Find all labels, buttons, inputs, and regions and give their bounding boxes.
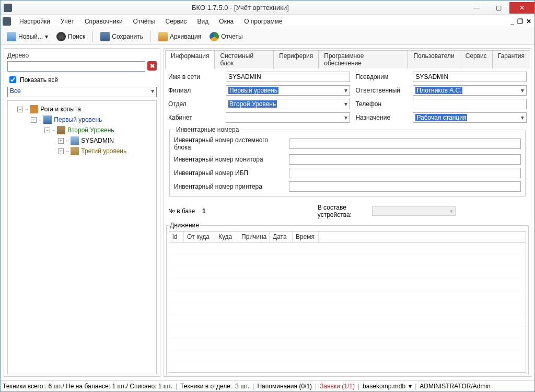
purpose-label: Назначение: [355, 114, 408, 121]
search-label: Поиск: [68, 33, 85, 40]
inv-sys-label: Инвентарный номер системного блока: [174, 136, 284, 151]
expand-icon[interactable]: −: [31, 117, 37, 123]
reports-icon: [210, 32, 219, 41]
new-icon: [7, 32, 16, 41]
col-from[interactable]: От куда: [184, 232, 215, 242]
inv-mon-label: Инвентарный номер монитора: [174, 156, 284, 163]
tree-node-sysadmin[interactable]: +···SYSADMIN: [58, 135, 154, 146]
save-button[interactable]: Сохранить: [97, 31, 146, 42]
building-icon: [43, 116, 52, 124]
menubar: Настройки Учёт Справочники Отчёты Сервис…: [1, 15, 534, 28]
tab-software[interactable]: Программное обеспечение: [318, 50, 408, 68]
tree-node-level2[interactable]: −···Второй Уровень: [44, 125, 154, 135]
responsible-label: Ответственный: [355, 87, 408, 94]
mdi-minimize-button[interactable]: _: [510, 18, 514, 25]
statusbar: Техники всего:: 6 шт./ Не на балансе: 1 …: [1, 380, 534, 391]
new-label: Новый...: [18, 33, 43, 40]
dept-select[interactable]: Второй Уровень: [226, 99, 350, 109]
search-button[interactable]: Поиск: [53, 31, 88, 42]
titlebar: БКО 1.7.5.0 - [Учёт оргтехники] — ▢ ✕: [1, 1, 534, 15]
tree-node-level3[interactable]: +···Третий уровень: [58, 146, 154, 156]
tree-filter-select[interactable]: Все ▾: [7, 87, 157, 97]
mdi-restore-button[interactable]: ❐: [517, 18, 523, 25]
status-db: basekomp.mdb: [363, 383, 405, 390]
col-time[interactable]: Время: [293, 232, 319, 242]
folder-icon: [30, 105, 38, 113]
inv-prn-input[interactable]: [289, 181, 521, 192]
grid-body: [169, 243, 526, 371]
expand-icon[interactable]: +: [58, 148, 64, 154]
expand-icon[interactable]: +: [58, 138, 64, 144]
tab-info[interactable]: Информация: [165, 50, 215, 68]
phone-label: Телефон: [355, 100, 408, 108]
name-label: Имя в сети: [168, 73, 220, 80]
show-all-input[interactable]: [9, 76, 16, 83]
reports-button[interactable]: Отчеты: [206, 31, 246, 42]
menu-windows[interactable]: Окна: [214, 16, 239, 27]
inv-ups-label: Инвентарный номер ИБП: [174, 169, 284, 177]
expand-icon[interactable]: −: [44, 128, 50, 133]
tab-peripherals[interactable]: Периферия: [273, 50, 319, 68]
archive-button[interactable]: Архивация: [155, 31, 204, 42]
search-icon: [56, 32, 66, 41]
menu-reports[interactable]: Отчёты: [128, 16, 160, 27]
maximize-button[interactable]: ▢: [487, 2, 509, 14]
status-user: ADMINISTRATOR/Admin: [420, 383, 491, 390]
inv-sys-input[interactable]: [289, 139, 521, 149]
tab-system[interactable]: Системный блок: [214, 50, 274, 68]
reports-label: Отчеты: [221, 33, 242, 40]
menu-service[interactable]: Сервис: [160, 16, 192, 27]
dept-label: Отдел: [168, 100, 220, 108]
branch-label: Филиал: [168, 87, 220, 94]
archive-label: Архивация: [170, 33, 201, 40]
new-button[interactable]: Новый...▾: [4, 31, 51, 42]
tab-users[interactable]: Пользователи: [408, 50, 460, 68]
mdi-close-button[interactable]: ✕: [526, 18, 531, 25]
show-all-checkbox[interactable]: Показать всё: [7, 75, 157, 85]
compose-label: В составе устройства:: [318, 204, 365, 218]
col-to[interactable]: Куда: [215, 232, 238, 242]
inv-mon-input[interactable]: [289, 154, 521, 165]
clear-search-button[interactable]: ✖: [147, 61, 157, 71]
expand-icon[interactable]: −: [17, 107, 23, 112]
inventory-legend: Инвентарные номера: [174, 126, 241, 133]
tree-view[interactable]: −···Рога и копыта −···Первый уровень −··…: [7, 100, 157, 374]
tab-service[interactable]: Сервис: [460, 50, 493, 68]
name-input[interactable]: [226, 72, 350, 82]
db-number-value: 1: [202, 207, 206, 215]
col-date[interactable]: Дата: [270, 232, 293, 242]
status-requests[interactable]: Заявки (1/1): [320, 383, 355, 390]
info-form: Имя в сети Псевдоним Филиал Первый урове…: [165, 68, 530, 203]
phone-input[interactable]: [413, 99, 527, 109]
close-button[interactable]: ✕: [509, 2, 534, 14]
house-icon: [57, 126, 65, 134]
tree-node-root[interactable]: −···Рога и копыта: [17, 104, 154, 114]
tab-warranty[interactable]: Гарантия: [492, 50, 530, 68]
responsible-select[interactable]: Плотников А.С.: [413, 85, 527, 96]
menu-about[interactable]: О программе: [239, 16, 287, 27]
minimize-button[interactable]: —: [466, 2, 487, 14]
tree-panel: Дерево ✖ Показать всё Все ▾ −···Рога и к…: [4, 48, 160, 377]
menu-references[interactable]: Справочники: [79, 16, 128, 27]
movement-fieldset: Движение id От куда Куда Причина Дата Вр…: [166, 222, 529, 375]
menu-accounting[interactable]: Учёт: [55, 16, 79, 27]
chevron-down-icon[interactable]: ▾: [409, 383, 412, 390]
movement-grid[interactable]: id От куда Куда Причина Дата Время: [169, 231, 526, 373]
inv-ups-input[interactable]: [289, 168, 521, 178]
alias-input[interactable]: [413, 72, 527, 82]
status-reminders[interactable]: Напоминания (0/1): [257, 383, 312, 390]
db-number-label: № в базе: [168, 207, 195, 215]
grid-header: id От куда Куда Причина Дата Время: [169, 232, 526, 243]
tree-search-input[interactable]: [7, 61, 145, 72]
purpose-select[interactable]: Рабочая станция: [413, 112, 527, 123]
col-reason[interactable]: Причина: [238, 232, 270, 242]
computer-icon: [71, 136, 79, 145]
tree-node-level1[interactable]: −···Первый уровень: [31, 114, 154, 125]
compose-select: [372, 206, 456, 216]
office-select[interactable]: [226, 112, 350, 123]
menu-settings[interactable]: Настройки: [14, 16, 55, 27]
menu-view[interactable]: Вид: [192, 16, 214, 27]
tabs: Информация Системный блок Периферия Прог…: [165, 50, 530, 68]
branch-select[interactable]: Первый уровень: [226, 85, 350, 96]
col-id[interactable]: id: [169, 232, 184, 242]
